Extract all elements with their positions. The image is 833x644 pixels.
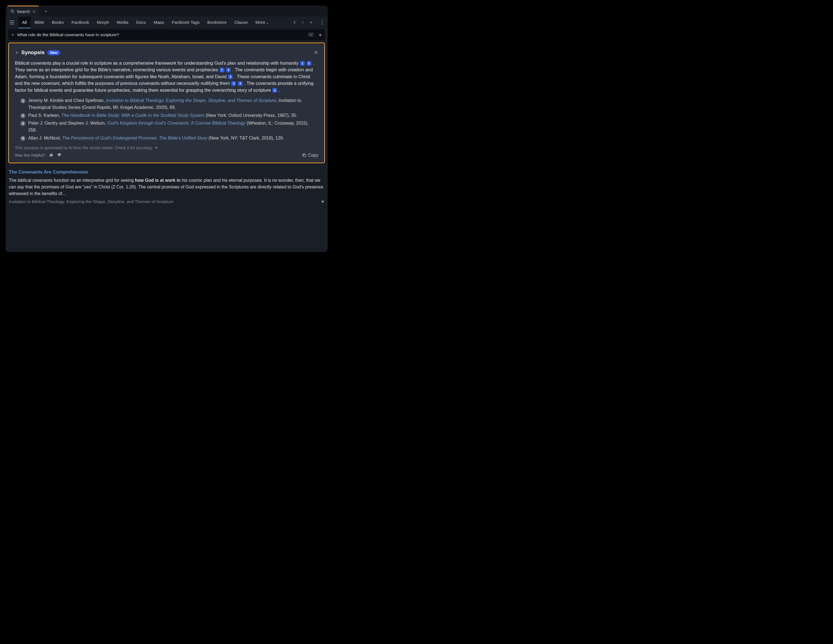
reference-item: 1Jeremy M. Kimble and Ched Spellman, Inv…	[21, 97, 318, 111]
app-window: Search ✕ ＋ AllBibleBooksFactbookMorphMed…	[5, 5, 328, 252]
chevron-down-icon: ⌄	[266, 21, 269, 24]
thumbs-down-icon[interactable]	[57, 153, 61, 158]
reference-item: 3Peter J. Gentry and Stephen J. Wellum, …	[21, 120, 318, 134]
nav-forward-icon[interactable]	[300, 19, 306, 25]
nav-dropdown-icon[interactable]	[308, 19, 314, 25]
navtab-bible[interactable]: Bible	[31, 16, 48, 28]
ai-sparkle-icon: ✦	[15, 50, 19, 55]
search-bar: ✦ ★	[8, 29, 325, 40]
navtab-factbook[interactable]: Factbook	[68, 16, 93, 28]
star-icon[interactable]: ★	[318, 32, 322, 38]
navtab-clause[interactable]: Clause	[230, 16, 251, 28]
kebab-menu-icon[interactable]	[319, 19, 325, 25]
svg-rect-5	[309, 33, 313, 36]
reference-number: 2	[21, 113, 26, 118]
reference-title-link[interactable]: Invitation to Biblical Theology: Explori…	[106, 98, 276, 103]
inline-citation[interactable]: 2	[307, 61, 311, 66]
nav-bar: AllBibleBooksFactbookMorphMediaDocsMapsF…	[5, 16, 328, 28]
inline-citation[interactable]: 1	[220, 68, 224, 72]
search-icon	[11, 9, 14, 14]
result-source-row: Invitation to Biblical Theology: Explori…	[9, 199, 324, 204]
reference-text: Allan J. McNicol, The Persistence of God…	[28, 135, 318, 142]
reference-number: 4	[21, 136, 26, 141]
svg-point-2	[322, 20, 323, 21]
result-snippet: The biblical covenants function as an in…	[9, 177, 324, 197]
reference-text: Paul S. Karleen, The Handbook to Bible S…	[28, 112, 318, 119]
reference-item: 2Paul S. Karleen, The Handbook to Bible …	[21, 112, 318, 119]
synopsis-header: ✦ Synopsis New ✕	[15, 49, 318, 56]
copy-button[interactable]: Copy	[302, 153, 318, 158]
reference-item: 4Allan J. McNicol, The Persistence of Go…	[21, 135, 318, 142]
svg-line-1	[13, 11, 14, 13]
synopsis-card: ✦ Synopsis New ✕ Biblical covenants play…	[8, 43, 325, 163]
navtab-docs[interactable]: Docs	[132, 16, 150, 28]
svg-point-0	[11, 10, 13, 12]
reference-text: Jeremy M. Kimble and Ched Spellman, Invi…	[28, 97, 318, 111]
nav-right	[292, 19, 325, 25]
navtab-bookstore[interactable]: Bookstore	[203, 16, 230, 28]
synopsis-references: 1Jeremy M. Kimble and Ched Spellman, Inv…	[15, 97, 318, 142]
helpful-label: Was this helpful?	[15, 153, 45, 157]
svg-rect-8	[311, 34, 311, 34]
reference-title-link[interactable]: The Handbook to Bible Study: With a Guid…	[61, 113, 204, 118]
synopsis-heading: Synopsis	[21, 50, 45, 56]
reference-title-link[interactable]: God's Kingdom through God's Covenants: A…	[107, 121, 245, 125]
synopsis-body: Biblical covenants play a crucial role i…	[15, 60, 318, 93]
search-input[interactable]	[17, 32, 306, 37]
navtab-morph[interactable]: Morph	[93, 16, 113, 28]
reference-title-link[interactable]: The Persistence of God's Endangered Prom…	[62, 136, 207, 140]
tab-search[interactable]: Search ✕	[7, 5, 39, 16]
inline-citation[interactable]: 3	[231, 81, 236, 86]
keyboard-icon[interactable]	[308, 33, 313, 37]
new-tab-button[interactable]: ＋	[41, 7, 51, 15]
nav-back-icon[interactable]	[292, 19, 297, 25]
tab-title: Search	[17, 9, 30, 14]
navtab-maps[interactable]: Maps	[150, 16, 168, 28]
inline-citation[interactable]: 2	[272, 88, 277, 93]
navtab-media[interactable]: Media	[113, 16, 132, 28]
reference-number: 1	[21, 98, 26, 103]
tab-bar: Search ✕ ＋	[5, 5, 328, 16]
svg-rect-9	[312, 34, 312, 34]
close-synopsis-icon[interactable]: ✕	[314, 49, 318, 56]
svg-rect-10	[310, 35, 312, 35]
reference-number: 3	[21, 121, 26, 126]
inline-citation[interactable]: 4	[238, 81, 243, 86]
svg-point-4	[322, 24, 323, 24]
thumbs-up-icon[interactable]	[49, 153, 53, 158]
inline-citation[interactable]: 1	[300, 61, 305, 66]
svg-rect-7	[310, 34, 310, 34]
inline-citation[interactable]: 3	[226, 68, 231, 72]
svg-rect-6	[309, 34, 310, 34]
inline-citation[interactable]: 3	[228, 74, 233, 79]
navtab-books[interactable]: Books	[48, 16, 68, 28]
reference-text: Peter J. Gentry and Stephen J. Wellum, G…	[28, 120, 318, 134]
result-title[interactable]: The Covenants Are Comprehensive	[9, 169, 324, 175]
result-source[interactable]: Invitation to Biblical Theology: Explori…	[9, 199, 174, 204]
synopsis-footer: Was this helpful? Copy	[15, 153, 318, 158]
svg-point-3	[322, 22, 323, 22]
navtab-factbook-tags[interactable]: Factbook Tags	[168, 16, 204, 28]
menu-icon[interactable]	[8, 19, 16, 26]
synopsis-disclaimer: This synopsis is generated by AI from th…	[15, 146, 318, 150]
lock-icon	[321, 199, 324, 204]
navtab-all[interactable]: All	[18, 16, 31, 28]
search-result: The Covenants Are Comprehensive The bibl…	[8, 169, 325, 204]
nav-tabs: AllBibleBooksFactbookMorphMediaDocsMapsF…	[18, 16, 273, 28]
close-tab-icon[interactable]: ✕	[32, 10, 35, 14]
navtab-more[interactable]: More⌄	[252, 16, 273, 28]
sparkle-icon: ✦	[11, 33, 14, 37]
new-badge: New	[47, 50, 60, 55]
content-area: ✦ Synopsis New ✕ Biblical covenants play…	[5, 42, 328, 252]
sparkle-small-icon: ✦	[154, 146, 158, 150]
svg-rect-11	[303, 154, 306, 157]
